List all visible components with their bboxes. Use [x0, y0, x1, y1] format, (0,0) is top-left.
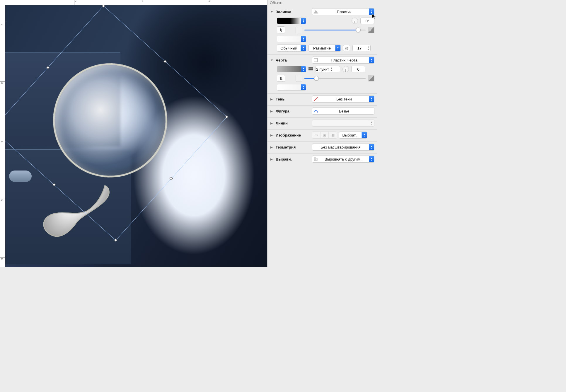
- disclosure-triangle-icon[interactable]: [270, 10, 274, 13]
- stroke-width-input[interactable]: [316, 67, 329, 71]
- svg-rect-2: [314, 58, 318, 62]
- magnifier-object[interactable]: [25, 56, 178, 244]
- ruler-h-label: 6: [209, 0, 210, 3]
- fill-angle-knob[interactable]: [352, 18, 358, 24]
- horizontal-ruler[interactable]: 4 5 6: [5, 0, 267, 5]
- lines-label: Линии: [276, 121, 310, 125]
- image-label: Изображение: [276, 133, 310, 137]
- gradient-swatch-icon: [277, 36, 301, 42]
- image-choose-dropdown[interactable]: Выбрат... ▲▼: [339, 132, 367, 139]
- fill-type-icon: [312, 10, 319, 13]
- align-dropdown[interactable]: Выровнять с другим... ▲▼: [312, 156, 374, 163]
- stepper-icon[interactable]: ▲▼: [329, 67, 333, 72]
- fill-section: Заливка Пластик ▲▼ ▲▼: [267, 6, 377, 55]
- lines-header[interactable]: Линии ▲▼: [270, 120, 374, 127]
- dropdown-arrows-icon: ▲▼: [369, 57, 374, 63]
- shadow-value: Без тени: [319, 97, 369, 101]
- gradient-stop-right[interactable]: [368, 27, 374, 33]
- image-sizing-group: ▭ ▣ ▦: [312, 132, 337, 139]
- ruler-h-label: 5: [142, 0, 143, 3]
- shape-value: Безье: [319, 109, 369, 113]
- gradient-stop-right[interactable]: [368, 75, 374, 81]
- disclosure-triangle-icon[interactable]: [270, 110, 274, 113]
- shape-label: Фигура: [276, 109, 310, 113]
- swap-gradient-button[interactable]: ⇅: [277, 26, 285, 33]
- shape-header[interactable]: Фигура Безье ▲▼: [270, 108, 374, 115]
- bezier-icon: [312, 109, 319, 113]
- canvas[interactable]: [5, 5, 267, 267]
- stepper-icon[interactable]: ▲▼: [366, 45, 370, 51]
- fill-angle-input[interactable]: [361, 19, 374, 23]
- dropdown-arrows-icon: ▲▼: [301, 18, 306, 24]
- blend-mode-dropdown[interactable]: Обычный ▲▼: [277, 45, 306, 52]
- blur-amount-field[interactable]: ▲▼: [352, 45, 371, 51]
- svg-rect-6: [316, 158, 317, 161]
- dropdown-arrows-icon: ▲▼: [369, 144, 374, 150]
- blur-type-value: Размытие: [309, 46, 335, 50]
- stroke-section: Черта Пластик. черта ▲▼ ▲▼: [267, 55, 377, 94]
- align-header[interactable]: Выравн. Выровнять с другим... ▲▼: [270, 156, 374, 163]
- stroke-type-dropdown[interactable]: Пластик. черта ▲▼: [312, 57, 374, 64]
- image-choose-value: Выбрат...: [339, 133, 362, 137]
- dropdown-arrows-icon: ▲▼: [369, 96, 374, 102]
- fill-gradient-1-dropdown[interactable]: ▲▼: [277, 18, 306, 24]
- stroke-width-icon: [308, 67, 313, 71]
- blur-direction-icon: ◎: [345, 46, 348, 50]
- blur-direction-button[interactable]: ◎: [343, 45, 350, 51]
- swap-arrows-icon: ⇅: [279, 28, 283, 32]
- shape-type-dropdown[interactable]: Безье ▲▼: [312, 108, 374, 115]
- geometry-section: Геометрия Без масштабирования ▲▼: [267, 142, 377, 154]
- fill-type-dropdown[interactable]: Пластик ▲▼: [312, 8, 374, 15]
- inspector-panel: Объект Заливка Пластик ▲▼ ▲▼: [267, 0, 377, 267]
- stroke-header[interactable]: Черта Пластик. черта ▲▼: [270, 57, 374, 64]
- dropdown-arrows-icon: ▲▼: [301, 84, 306, 90]
- fill-type-value: Пластик: [319, 10, 369, 14]
- fill-header[interactable]: Заливка Пластик ▲▼: [270, 8, 374, 15]
- image-header[interactable]: Изображение ▭ ▣ ▦ Выбрат... ▲▼: [270, 132, 374, 139]
- stroke-color-dropdown[interactable]: ▲▼: [277, 66, 306, 72]
- dropdown-arrows-icon: ▲▼: [369, 120, 374, 126]
- fill-gradient-slider[interactable]: [304, 27, 366, 33]
- gradient-swatch-icon: [277, 66, 301, 72]
- blur-amount-input[interactable]: [353, 46, 366, 50]
- stroke-angle-knob[interactable]: [342, 66, 349, 72]
- blur-type-dropdown[interactable]: Размытие ▲▼: [308, 45, 341, 52]
- disclosure-triangle-icon[interactable]: [270, 146, 274, 149]
- stroke-gradient-2-dropdown[interactable]: ▲▼: [277, 84, 306, 91]
- gradient-stop-left[interactable]: [296, 27, 302, 33]
- shadow-type-dropdown[interactable]: Без тени ▲▼: [312, 96, 374, 103]
- swap-stroke-button[interactable]: ⇅: [277, 75, 285, 82]
- vertical-ruler[interactable]: 2 3 4 5 6: [0, 5, 5, 267]
- align-icon: [312, 157, 319, 161]
- fill-angle-field[interactable]: [360, 18, 374, 24]
- shadow-header[interactable]: Тень Без тени ▲▼: [270, 96, 374, 103]
- stroke-width-field[interactable]: ▲▼: [316, 66, 340, 72]
- fill-gradient-2-dropdown[interactable]: ▲▼: [277, 36, 306, 42]
- disclosure-triangle-icon[interactable]: [270, 98, 274, 101]
- dropdown-arrows-icon: ▲▼: [301, 36, 306, 42]
- stroke-gradient-slider[interactable]: [304, 76, 366, 81]
- blend-mode-value: Обычный: [277, 46, 301, 50]
- image-stretch-icon[interactable]: ▣: [320, 132, 329, 138]
- shape-section: Фигура Безье ▲▼: [267, 106, 377, 118]
- disclosure-triangle-icon[interactable]: [270, 59, 274, 62]
- stroke-type-value: Пластик. черта: [319, 58, 369, 62]
- disclosure-triangle-icon[interactable]: [270, 158, 274, 161]
- lines-dropdown[interactable]: ▲▼: [312, 120, 374, 127]
- dropdown-arrows-icon: ▲▼: [335, 45, 340, 51]
- ruler-origin[interactable]: [0, 0, 5, 5]
- gradient-swatch-icon: [277, 84, 301, 90]
- image-tile-icon[interactable]: ▦: [329, 132, 337, 138]
- disclosure-triangle-icon[interactable]: [270, 134, 274, 137]
- image-natural-icon[interactable]: ▭: [312, 132, 320, 138]
- stroke-angle-field[interactable]: [351, 66, 365, 72]
- disclosure-triangle-icon[interactable]: [270, 122, 274, 125]
- align-label: Выравн.: [276, 157, 310, 161]
- geometry-dropdown[interactable]: Без масштабирования ▲▼: [312, 144, 374, 151]
- swap-arrows-icon: ⇅: [279, 76, 283, 81]
- stroke-angle-input[interactable]: [352, 67, 365, 71]
- gradient-stop-left[interactable]: [296, 75, 302, 81]
- lines-section: Линии ▲▼: [267, 118, 377, 130]
- geometry-header[interactable]: Геометрия Без масштабирования ▲▼: [270, 144, 374, 151]
- ruler-v-label: 3: [1, 82, 4, 84]
